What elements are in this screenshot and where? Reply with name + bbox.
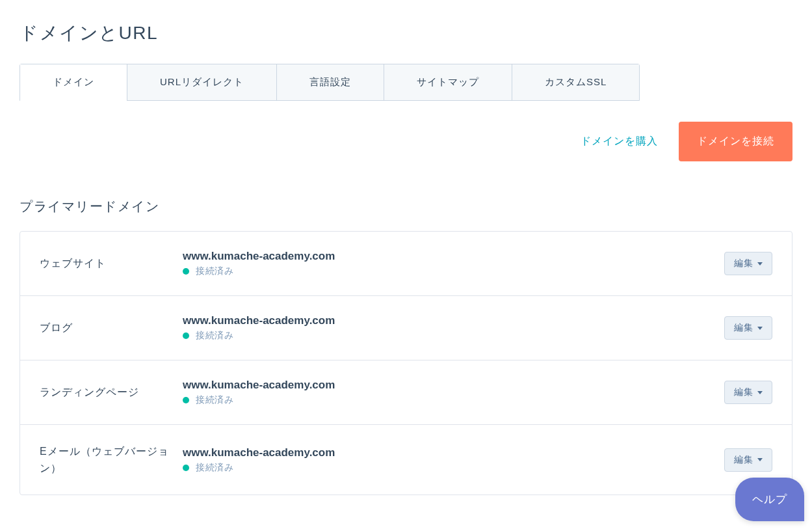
domain-name: www.kumache-academy.com bbox=[183, 250, 724, 263]
row-content: www.kumache-academy.com 接続済み bbox=[183, 379, 724, 406]
tab-sitemap[interactable]: サイトマップ bbox=[384, 64, 512, 100]
row-content: www.kumache-academy.com 接続済み bbox=[183, 314, 724, 342]
status-text: 接続済み bbox=[196, 394, 233, 406]
tab-language[interactable]: 言語設定 bbox=[277, 64, 384, 100]
domain-row-email-web-version: Eメール（ウェブバージョン） www.kumache-academy.com 接… bbox=[20, 425, 792, 495]
buy-domain-link[interactable]: ドメインを購入 bbox=[581, 135, 658, 148]
status-dot-icon bbox=[183, 465, 189, 471]
edit-button-label: 編集 bbox=[734, 322, 753, 334]
status-text: 接続済み bbox=[196, 462, 233, 474]
row-label: ウェブサイト bbox=[40, 255, 183, 272]
status-dot-icon bbox=[183, 397, 189, 403]
edit-button-label: 編集 bbox=[734, 454, 753, 466]
chevron-down-icon bbox=[757, 458, 763, 461]
row-content: www.kumache-academy.com 接続済み bbox=[183, 250, 724, 277]
chevron-down-icon bbox=[757, 327, 763, 330]
row-label: ブログ bbox=[40, 319, 183, 336]
edit-button[interactable]: 編集 bbox=[724, 448, 772, 472]
help-button[interactable]: ヘルプ bbox=[735, 478, 804, 506]
tab-domains[interactable]: ドメイン bbox=[20, 64, 127, 100]
connection-status: 接続済み bbox=[183, 265, 724, 277]
status-text: 接続済み bbox=[196, 265, 233, 277]
edit-button[interactable]: 編集 bbox=[724, 316, 772, 340]
row-label: Eメール（ウェブバージョン） bbox=[40, 443, 183, 476]
row-label: ランディングページ bbox=[40, 384, 183, 401]
domain-row-blog: ブログ www.kumache-academy.com 接続済み 編集 bbox=[20, 296, 792, 360]
chevron-down-icon bbox=[757, 262, 763, 265]
edit-button[interactable]: 編集 bbox=[724, 252, 772, 275]
row-content: www.kumache-academy.com 接続済み bbox=[183, 446, 724, 474]
primary-domain-heading: プライマリードメイン bbox=[20, 198, 792, 215]
edit-button-label: 編集 bbox=[734, 258, 753, 269]
domain-row-landing-page: ランディングページ www.kumache-academy.com 接続済み 編… bbox=[20, 360, 792, 425]
connect-domain-button[interactable]: ドメインを接続 bbox=[679, 122, 792, 161]
connection-status: 接続済み bbox=[183, 462, 724, 474]
status-dot-icon bbox=[183, 332, 189, 339]
domain-name: www.kumache-academy.com bbox=[183, 314, 724, 327]
actions-row: ドメインを購入 ドメインを接続 bbox=[20, 122, 792, 161]
page-title: ドメインとURL bbox=[20, 21, 792, 46]
chevron-down-icon bbox=[757, 391, 763, 394]
status-dot-icon bbox=[183, 268, 189, 275]
primary-domain-table: ウェブサイト www.kumache-academy.com 接続済み 編集 ブ… bbox=[20, 231, 792, 495]
domain-name: www.kumache-academy.com bbox=[183, 446, 724, 459]
tabs-bar: ドメイン URLリダイレクト 言語設定 サイトマップ カスタムSSL bbox=[20, 64, 640, 101]
connection-status: 接続済み bbox=[183, 394, 724, 406]
connection-status: 接続済み bbox=[183, 330, 724, 342]
edit-button[interactable]: 編集 bbox=[724, 381, 772, 404]
domain-row-website: ウェブサイト www.kumache-academy.com 接続済み 編集 bbox=[20, 232, 792, 296]
tab-custom-ssl[interactable]: カスタムSSL bbox=[512, 64, 639, 100]
tab-url-redirect[interactable]: URLリダイレクト bbox=[127, 64, 277, 100]
status-text: 接続済み bbox=[196, 330, 233, 342]
domain-name: www.kumache-academy.com bbox=[183, 379, 724, 392]
edit-button-label: 編集 bbox=[734, 387, 753, 398]
